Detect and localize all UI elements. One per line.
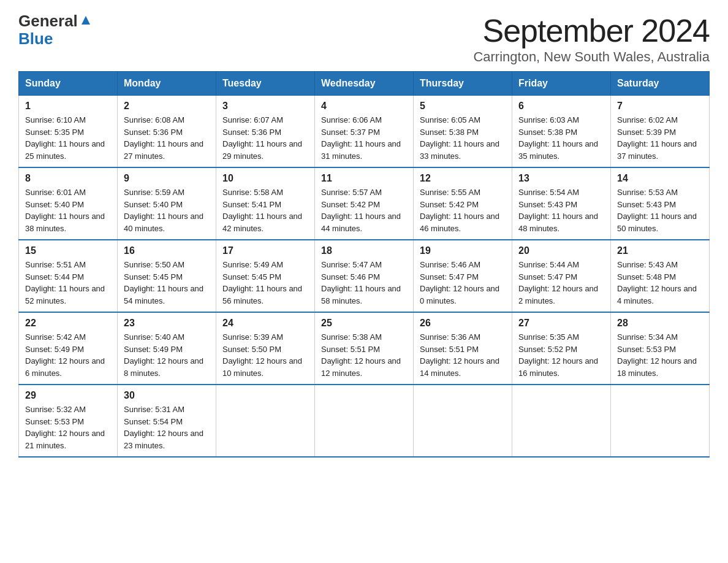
table-row: 17 Sunrise: 5:49 AMSunset: 5:45 PMDaylig… [216,240,315,312]
calendar-week-row: 22 Sunrise: 5:42 AMSunset: 5:49 PMDaylig… [19,312,710,385]
day-number: 1 [25,101,111,112]
day-info: Sunrise: 5:38 AMSunset: 5:51 PMDaylight:… [321,331,407,379]
table-row: 26 Sunrise: 5:36 AMSunset: 5:51 PMDaylig… [414,312,512,385]
day-info: Sunrise: 5:43 AMSunset: 5:48 PMDaylight:… [617,259,703,307]
table-row: 9 Sunrise: 5:59 AMSunset: 5:40 PMDayligh… [118,167,216,240]
table-row: 29 Sunrise: 5:32 AMSunset: 5:53 PMDaylig… [19,385,118,457]
table-row [315,385,414,457]
table-row [216,385,315,457]
col-tuesday: Tuesday [216,72,315,96]
logo-blue-text: Blue [18,30,53,48]
table-row: 27 Sunrise: 5:35 AMSunset: 5:52 PMDaylig… [512,312,611,385]
day-number: 8 [25,173,111,184]
title-block: September 2024 Carrington, New South Wal… [473,12,710,65]
page-header: General Blue September 2024 Carrington, … [18,12,710,65]
table-row: 14 Sunrise: 5:53 AMSunset: 5:43 PMDaylig… [611,167,710,240]
table-row: 11 Sunrise: 5:57 AMSunset: 5:42 PMDaylig… [315,167,414,240]
col-sunday: Sunday [19,72,118,96]
logo-general-text: General [18,12,78,30]
col-saturday: Saturday [611,72,710,96]
day-info: Sunrise: 5:35 AMSunset: 5:52 PMDaylight:… [518,331,604,379]
day-number: 14 [617,173,703,184]
calendar-title: September 2024 [473,12,710,49]
day-number: 18 [321,245,407,256]
col-wednesday: Wednesday [315,72,414,96]
table-row: 22 Sunrise: 5:42 AMSunset: 5:49 PMDaylig… [19,312,118,385]
table-row: 30 Sunrise: 5:31 AMSunset: 5:54 PMDaylig… [118,385,216,457]
day-number: 10 [222,173,308,184]
day-info: Sunrise: 5:34 AMSunset: 5:53 PMDaylight:… [617,331,703,379]
table-row: 25 Sunrise: 5:38 AMSunset: 5:51 PMDaylig… [315,312,414,385]
day-info: Sunrise: 5:49 AMSunset: 5:45 PMDaylight:… [222,259,308,307]
table-row: 28 Sunrise: 5:34 AMSunset: 5:53 PMDaylig… [611,312,710,385]
col-friday: Friday [512,72,611,96]
day-number: 26 [420,318,506,329]
day-number: 4 [321,101,407,112]
day-info: Sunrise: 5:50 AMSunset: 5:45 PMDaylight:… [124,259,210,307]
day-info: Sunrise: 5:44 AMSunset: 5:47 PMDaylight:… [518,259,604,307]
day-info: Sunrise: 5:46 AMSunset: 5:47 PMDaylight:… [420,259,506,307]
table-row: 15 Sunrise: 5:51 AMSunset: 5:44 PMDaylig… [19,240,118,312]
table-row: 8 Sunrise: 6:01 AMSunset: 5:40 PMDayligh… [19,167,118,240]
day-number: 25 [321,318,407,329]
table-row: 16 Sunrise: 5:50 AMSunset: 5:45 PMDaylig… [118,240,216,312]
day-number: 11 [321,173,407,184]
day-number: 16 [124,245,210,256]
day-number: 21 [617,245,703,256]
day-info: Sunrise: 6:06 AMSunset: 5:37 PMDaylight:… [321,114,407,162]
table-row: 12 Sunrise: 5:55 AMSunset: 5:42 PMDaylig… [414,167,512,240]
day-info: Sunrise: 6:07 AMSunset: 5:36 PMDaylight:… [222,114,308,162]
table-row: 3 Sunrise: 6:07 AMSunset: 5:36 PMDayligh… [216,96,315,168]
table-row: 1 Sunrise: 6:10 AMSunset: 5:35 PMDayligh… [19,96,118,168]
calendar-body: 1 Sunrise: 6:10 AMSunset: 5:35 PMDayligh… [19,96,710,458]
col-thursday: Thursday [414,72,512,96]
day-number: 15 [25,245,111,256]
day-number: 20 [518,245,604,256]
day-info: Sunrise: 5:59 AMSunset: 5:40 PMDaylight:… [124,186,210,234]
svg-marker-0 [82,16,90,25]
table-row: 24 Sunrise: 5:39 AMSunset: 5:50 PMDaylig… [216,312,315,385]
day-info: Sunrise: 6:05 AMSunset: 5:38 PMDaylight:… [420,114,506,162]
calendar-week-row: 15 Sunrise: 5:51 AMSunset: 5:44 PMDaylig… [19,240,710,312]
day-number: 24 [222,318,308,329]
table-row: 10 Sunrise: 5:58 AMSunset: 5:41 PMDaylig… [216,167,315,240]
day-info: Sunrise: 5:32 AMSunset: 5:53 PMDaylight:… [25,404,111,451]
day-info: Sunrise: 5:39 AMSunset: 5:50 PMDaylight:… [222,331,308,379]
table-row: 18 Sunrise: 5:47 AMSunset: 5:46 PMDaylig… [315,240,414,312]
day-info: Sunrise: 6:03 AMSunset: 5:38 PMDaylight:… [518,114,604,162]
logo: General Blue [18,12,93,47]
logo-triangle-icon [79,13,93,27]
day-number: 19 [420,245,506,256]
table-row [512,385,611,457]
day-info: Sunrise: 6:02 AMSunset: 5:39 PMDaylight:… [617,114,703,162]
day-number: 13 [518,173,604,184]
table-row: 20 Sunrise: 5:44 AMSunset: 5:47 PMDaylig… [512,240,611,312]
table-row [414,385,512,457]
day-number: 23 [124,318,210,329]
day-info: Sunrise: 5:36 AMSunset: 5:51 PMDaylight:… [420,331,506,379]
table-row: 7 Sunrise: 6:02 AMSunset: 5:39 PMDayligh… [611,96,710,168]
calendar-week-row: 1 Sunrise: 6:10 AMSunset: 5:35 PMDayligh… [19,96,710,168]
day-number: 2 [124,101,210,112]
table-row [611,385,710,457]
day-info: Sunrise: 5:55 AMSunset: 5:42 PMDaylight:… [420,186,506,234]
table-row: 21 Sunrise: 5:43 AMSunset: 5:48 PMDaylig… [611,240,710,312]
day-info: Sunrise: 6:10 AMSunset: 5:35 PMDaylight:… [25,114,111,162]
day-info: Sunrise: 5:57 AMSunset: 5:42 PMDaylight:… [321,186,407,234]
day-number: 30 [124,390,210,401]
day-info: Sunrise: 6:08 AMSunset: 5:36 PMDaylight:… [124,114,210,162]
day-number: 22 [25,318,111,329]
day-info: Sunrise: 5:31 AMSunset: 5:54 PMDaylight:… [124,404,210,451]
calendar-week-row: 29 Sunrise: 5:32 AMSunset: 5:53 PMDaylig… [19,385,710,457]
table-row: 6 Sunrise: 6:03 AMSunset: 5:38 PMDayligh… [512,96,611,168]
day-info: Sunrise: 5:40 AMSunset: 5:49 PMDaylight:… [124,331,210,379]
day-info: Sunrise: 5:47 AMSunset: 5:46 PMDaylight:… [321,259,407,307]
day-number: 7 [617,101,703,112]
table-row: 4 Sunrise: 6:06 AMSunset: 5:37 PMDayligh… [315,96,414,168]
day-number: 3 [222,101,308,112]
table-row: 19 Sunrise: 5:46 AMSunset: 5:47 PMDaylig… [414,240,512,312]
calendar-table: Sunday Monday Tuesday Wednesday Thursday… [18,71,710,458]
col-monday: Monday [118,72,216,96]
calendar-header-row: Sunday Monday Tuesday Wednesday Thursday… [19,72,710,96]
day-number: 6 [518,101,604,112]
